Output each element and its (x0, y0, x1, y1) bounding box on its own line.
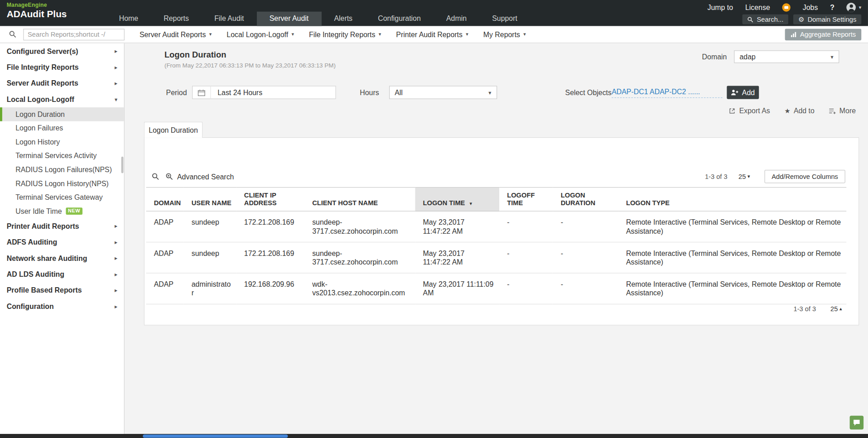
menu-printer-audit-reports[interactable]: Printer Audit Reports ▾ (396, 30, 468, 39)
col-header-client-host-name[interactable]: CLIENT HOST NAME (304, 188, 415, 212)
cell-logon-type: Remote Interactive (Terminal Services, R… (618, 273, 846, 304)
chevron-right-icon: ▸ (115, 288, 117, 293)
nav-tab-server-audit[interactable]: Server Audit (257, 12, 322, 26)
header-buttons: Search... ⚙ Domain Settings (743, 14, 862, 24)
report-search-input[interactable] (23, 29, 125, 40)
license-link[interactable]: License (745, 3, 770, 11)
tab-logon-duration[interactable]: Logon Duration (144, 122, 203, 138)
col-header-logon-time[interactable]: LOGON TIME ▾ (415, 188, 499, 212)
nav-tab-reports[interactable]: Reports (151, 12, 202, 26)
nav-tab-home[interactable]: Home (106, 12, 151, 26)
aggregate-reports-button[interactable]: Aggregate Reports (785, 29, 861, 40)
menu-my-reports[interactable]: My Reports ▾ (483, 30, 526, 39)
pagination-range: 1-3 of 3 (793, 305, 816, 313)
chevron-right-icon: ▸ (115, 255, 117, 261)
cell-client-host: sundeep-3717.csez.zohocorpin.com (304, 211, 415, 242)
sidebar-subitem-terminal-services-activity[interactable]: Terminal Services Activity (0, 149, 124, 163)
cell-client-ip: 172.21.208.169 (236, 242, 304, 273)
sidebar-subitem-radius-logon-failures[interactable]: RADIUS Logon Failures(NPS) (0, 163, 124, 177)
chevron-down-icon: ▾ (209, 32, 212, 37)
menu-local-logon-logoff[interactable]: Local Logon-Logoff ▾ (227, 30, 294, 39)
table-header-row: DOMAIN USER NAME CLIENT IP ADDRESS CLIEN… (146, 188, 847, 212)
add-to-button[interactable]: ★ Add to (784, 107, 814, 115)
report-time-range: (From May 22,2017 06:33:13 PM to May 23,… (164, 62, 336, 69)
col-header-client-ip-address[interactable]: CLIENT IP ADDRESS (236, 188, 304, 212)
nav-tab-admin[interactable]: Admin (434, 12, 479, 26)
col-header-logon-type[interactable]: LOGON TYPE (618, 188, 846, 212)
nav-tab-alerts[interactable]: Alerts (321, 12, 365, 26)
sidebar-item-adfs-auditing[interactable]: ADFS Auditing ▸ (0, 234, 124, 250)
table-toolbar: Advanced Search 1-3 of 3 25 ▾ Add/Remove… (152, 169, 845, 184)
cell-domain: ADAP (146, 211, 184, 242)
help-icon[interactable]: ? (830, 3, 834, 11)
sidebar-subitem-logon-history[interactable]: Logon History (0, 135, 124, 149)
cell-domain: ADAP (146, 242, 184, 273)
hours-select[interactable]: All ▾ (389, 86, 497, 99)
sidebar-item-file-integrity-reports[interactable]: File Integrity Reports ▸ (0, 59, 124, 75)
selected-objects-link[interactable]: ADAP-DC1 ADAP-DC2 ...... (612, 87, 722, 98)
add-objects-button[interactable]: Add (727, 86, 759, 99)
page-size-dropdown[interactable]: 25 ▴ (830, 305, 842, 313)
cell-user-name: sundeep (184, 211, 236, 242)
manageengine-logo: ManageEngine (7, 2, 67, 8)
sidebar-subitem-logon-failures[interactable]: Logon Failures (0, 121, 124, 135)
brand-logo: ManageEngine ADAudit Plus (7, 2, 67, 19)
chevron-down-icon: ▾ (483, 89, 497, 95)
sidebar-subitem-radius-logon-history[interactable]: RADIUS Logon History(NPS) (0, 177, 124, 191)
sidebar-item-ad-lds-auditing[interactable]: AD LDS Auditing ▸ (0, 266, 124, 282)
filter-bar: Period Last 24 Hours Hours All ▾ Select … (166, 86, 868, 100)
feedback-icon[interactable] (782, 3, 791, 11)
user-menu[interactable]: ▾ (847, 3, 861, 12)
cell-logon-time: May 23,2017 11:47:22 AM (415, 211, 499, 242)
global-search-button[interactable]: Search... (743, 14, 788, 24)
sidebar-scrollbar-thumb[interactable] (121, 157, 124, 173)
sidebar-item-profile-based-reports[interactable]: Profile Based Reports ▸ (0, 282, 124, 298)
menu-server-audit-reports[interactable]: Server Audit Reports ▾ (140, 30, 212, 39)
sidebar-item-network-share-auditing[interactable]: Network share Auditing ▸ (0, 250, 124, 266)
nav-tab-configuration[interactable]: Configuration (365, 12, 434, 26)
add-remove-columns-button[interactable]: Add/Remove Columns (764, 170, 845, 183)
jump-to-link[interactable]: Jump to (708, 3, 733, 11)
more-button[interactable]: More (829, 107, 856, 115)
product-name: ADAudit Plus (7, 10, 67, 19)
export-as-button[interactable]: Export As (728, 107, 770, 115)
advanced-search-link[interactable]: Advanced Search (177, 173, 234, 181)
sidebar-item-configured-servers[interactable]: Configured Server(s) ▸ (0, 43, 124, 59)
col-header-domain[interactable]: DOMAIN (146, 188, 184, 212)
horizontal-scrollbar-thumb[interactable] (143, 434, 288, 438)
menu-file-integrity-reports[interactable]: File Integrity Reports ▾ (309, 30, 381, 39)
sidebar-item-local-logon-logoff[interactable]: Local Logon-Logoff ▾ (0, 91, 124, 107)
sidebar-subitem-user-idle-time[interactable]: User Idle Time NEW (0, 204, 124, 218)
page-title: Logon Duration (164, 50, 336, 59)
quick-actions: Export As ★ Add to More (728, 107, 856, 115)
cell-client-host: wdk-vs2013.csez.zohocorpin.com (304, 273, 415, 304)
nav-tab-file-audit[interactable]: File Audit (202, 12, 257, 26)
table-row: ADAP sundeep 172.21.208.169 sundeep-3717… (146, 211, 847, 242)
domain-select[interactable]: adap ▾ (734, 50, 839, 63)
chevron-down-icon: ▾ (747, 174, 750, 179)
chevron-right-icon: ▸ (115, 271, 117, 277)
sidebar-item-server-audit-reports[interactable]: Server Audit Reports ▸ (0, 75, 124, 91)
user-avatar-icon (847, 3, 856, 12)
sidebar-subitem-logon-duration[interactable]: Logon Duration (0, 107, 124, 121)
sidebar-subitem-terminal-services-gateway[interactable]: Terminal Services Gateway (0, 190, 124, 204)
advanced-search-icon[interactable] (165, 173, 173, 180)
search-icon[interactable] (152, 173, 159, 180)
col-header-user-name[interactable]: USER NAME (184, 188, 236, 212)
sidebar: Configured Server(s) ▸ File Integrity Re… (0, 43, 125, 438)
page-size-dropdown[interactable]: 25 ▾ (738, 173, 750, 180)
domain-settings-button[interactable]: ⚙ Domain Settings (793, 14, 861, 24)
hours-label: Hours (360, 89, 379, 97)
chat-widget-button[interactable] (850, 416, 864, 430)
jobs-link[interactable]: Jobs (803, 3, 818, 11)
sidebar-item-printer-audit-reports[interactable]: Printer Audit Reports ▸ (0, 218, 124, 234)
cell-client-host: sundeep-3717.csez.zohocorpin.com (304, 242, 415, 273)
pagination-range: 1-3 of 3 (705, 173, 728, 180)
sidebar-item-configuration[interactable]: Configuration ▸ (0, 298, 124, 314)
cell-client-ip: 192.168.209.96 (236, 273, 304, 304)
table-row: ADAP administrator 192.168.209.96 wdk-vs… (146, 273, 847, 304)
period-picker[interactable]: Last 24 Hours (192, 86, 336, 99)
col-header-logoff-time[interactable]: LOGOFF TIME (499, 188, 553, 212)
col-header-logon-duration[interactable]: LOGON DURATION (553, 188, 618, 212)
nav-tab-support[interactable]: Support (479, 12, 530, 26)
